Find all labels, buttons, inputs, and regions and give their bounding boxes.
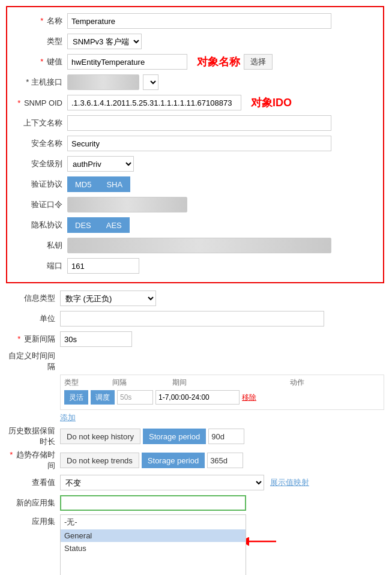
unit-label: 单位: [6, 313, 60, 324]
name-required-star: *: [40, 16, 43, 25]
value-map-row: 查看值 不变 展示值映射: [6, 474, 384, 492]
trends-storage-period-button[interactable]: Storage period: [142, 453, 205, 468]
trends-no-keep-button[interactable]: Do not keep trends: [60, 453, 139, 468]
history-storage-value: 90d: [208, 429, 244, 444]
info-type-select[interactable]: 数字 (无正负) 数字 (带正负) 字符 浮点数 布尔型: [60, 291, 156, 306]
host-interface-row: * 主机接口: [13, 73, 377, 91]
history-no-keep-button[interactable]: Do not keep history: [60, 429, 140, 444]
auth-protocol-sha-button[interactable]: SHA: [99, 176, 130, 192]
privacy-protocol-des-button[interactable]: DES: [67, 217, 99, 233]
type-select[interactable]: SNMPv3 客户端: [67, 34, 142, 49]
security-name-label: 安全名称: [13, 138, 67, 149]
private-key-label: 私钥: [13, 240, 67, 251]
time-table-header: 类型 间隔 期间 动作: [64, 378, 380, 388]
privacy-protocol-aes-button[interactable]: AES: [99, 217, 130, 233]
key-annotation: 对象名称: [197, 55, 240, 69]
update-interval-input[interactable]: [60, 331, 132, 347]
security-name-input[interactable]: [67, 136, 331, 151]
privacy-protocol-row: 隐私协议 DES AES: [13, 216, 377, 234]
key-row: * 键值 对象名称 选择: [13, 53, 377, 71]
col-action-header: 动作: [268, 378, 304, 388]
col-period-header: 期间: [172, 378, 268, 388]
new-app-input[interactable]: [60, 495, 246, 511]
key-label: * 键值: [13, 56, 67, 67]
update-interval-label: * 更新间隔: [6, 334, 60, 345]
snmp-oid-input[interactable]: [67, 95, 241, 110]
app-list-box[interactable]: -无- General Status: [60, 514, 246, 575]
app-list-item-status[interactable]: Status: [61, 542, 246, 555]
time-row-1: 灵活 调度 移除: [64, 390, 380, 405]
key-required-star: *: [40, 57, 43, 66]
auth-password-row: 验证口令: [13, 196, 377, 214]
context-name-input[interactable]: [67, 115, 331, 131]
period-input[interactable]: [155, 390, 240, 405]
auth-protocol-label: 验证协议: [13, 179, 67, 190]
interval-required-star: *: [17, 334, 20, 343]
name-input[interactable]: [67, 13, 331, 29]
type-label: 类型: [13, 36, 67, 47]
interval-input[interactable]: [117, 390, 153, 405]
security-level-row: 安全级别 authPriv noAuthNoPriv authNoPriv: [13, 155, 377, 173]
auth-protocol-group: MD5 SHA: [67, 176, 130, 192]
app-set-label: 应用集: [6, 514, 60, 527]
update-interval-row: * 更新间隔: [6, 330, 384, 348]
auth-password-input[interactable]: [67, 197, 187, 212]
history-storage-period-button[interactable]: Storage period: [143, 429, 206, 444]
snmp-oid-annotation: 对象IDO: [251, 95, 292, 110]
form-container: * 名称 类型 SNMPv3 客户端 * 键值 对象名称 选择 * 主机接口: [0, 6, 390, 575]
snmp-oid-label: * SNMP OID: [13, 98, 67, 107]
remove-button[interactable]: 移除: [242, 393, 256, 403]
snmp-oid-group: 对象IDO: [67, 95, 292, 110]
arrow-container: [246, 514, 282, 550]
snmp-config-section: * 名称 类型 SNMPv3 客户端 * 键值 对象名称 选择 * 主机接口: [6, 6, 384, 283]
private-key-input[interactable]: [67, 238, 331, 253]
unit-input[interactable]: [60, 311, 324, 327]
host-interface-group: [67, 74, 158, 90]
arrow-icon: [246, 532, 282, 550]
value-map-label: 查看值: [6, 477, 60, 488]
security-name-row: 安全名称: [13, 134, 377, 152]
custom-time-inner: 类型 间隔 期间 动作 灵活 调度 移除: [60, 375, 384, 410]
security-level-label: 安全级别: [13, 158, 67, 169]
key-select-button[interactable]: 选择: [244, 54, 273, 70]
unit-row: 单位: [6, 310, 384, 328]
key-input-group: 对象名称 选择: [67, 54, 273, 70]
app-set-row: 应用集 -无- General Status: [6, 514, 384, 575]
custom-time-label: 自定义时间间隔: [6, 351, 60, 372]
private-key-row: 私钥: [13, 236, 377, 254]
auth-password-label: 验证口令: [13, 199, 67, 210]
col-interval-header: 间隔: [112, 378, 172, 388]
host-interface-label: * 主机接口: [13, 77, 67, 88]
new-app-label: 新的应用集: [6, 498, 60, 508]
port-label: 端口: [13, 260, 67, 271]
security-level-select[interactable]: authPriv noAuthNoPriv authNoPriv: [67, 156, 134, 172]
auth-protocol-md5-button[interactable]: MD5: [67, 176, 99, 192]
port-input[interactable]: [67, 258, 139, 274]
info-type-row: 信息类型 数字 (无正负) 数字 (带正负) 字符 浮点数 布尔型: [6, 289, 384, 307]
new-app-row: 新的应用集: [6, 494, 384, 512]
type-row: 类型 SNMPv3 客户端: [13, 32, 377, 50]
history-label: 历史数据保留时长: [6, 426, 60, 447]
key-input[interactable]: [67, 54, 187, 70]
trends-row: * 趋势存储时间 Do not keep trends Storage peri…: [6, 450, 384, 471]
app-list-item-general[interactable]: General: [61, 529, 246, 542]
host-ip-display: [67, 74, 139, 90]
add-time-link[interactable]: 添加: [60, 412, 384, 423]
host-interface-select[interactable]: [143, 74, 158, 90]
value-map-link[interactable]: 展示值映射: [270, 477, 309, 488]
info-type-label: 信息类型: [6, 293, 60, 304]
name-row: * 名称: [13, 12, 377, 30]
context-name-label: 上下文名称: [13, 118, 67, 128]
trends-label: * 趋势存储时间: [6, 450, 60, 471]
trends-storage-value: 365d: [207, 453, 243, 468]
tune-button[interactable]: 调度: [91, 390, 115, 405]
auth-protocol-row: 验证协议 MD5 SHA: [13, 175, 377, 193]
context-name-row: 上下文名称: [13, 114, 377, 132]
privacy-protocol-label: 隐私协议: [13, 220, 67, 230]
custom-time-section: 自定义时间间隔 类型 间隔 期间 动作 灵活 调度 移除 添加: [6, 351, 384, 423]
flexible-button[interactable]: 灵活: [64, 390, 88, 405]
value-map-select[interactable]: 不变: [60, 475, 264, 490]
app-list-item-none[interactable]: -无-: [61, 515, 246, 529]
privacy-protocol-group: DES AES: [67, 217, 130, 233]
name-label: * 名称: [13, 16, 67, 26]
